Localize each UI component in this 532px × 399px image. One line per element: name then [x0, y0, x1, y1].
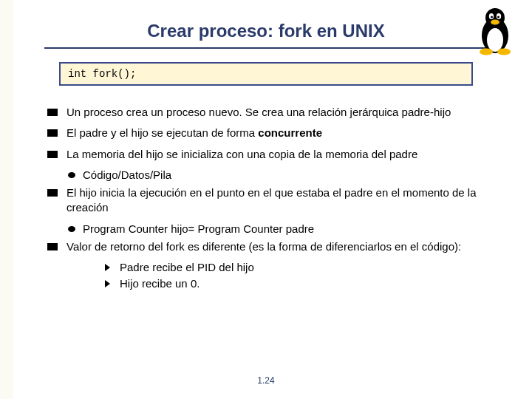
sublist-text: Program Counter hijo= Program Counter pa… — [83, 222, 502, 236]
list-text: El padre y el hijo se ejecutan de forma … — [66, 126, 502, 140]
sublist-item: Program Counter hijo= Program Counter pa… — [68, 222, 502, 236]
svg-point-6 — [497, 16, 499, 18]
svg-point-8 — [480, 49, 493, 55]
subsublist-text: Hijo recibe un 0. — [120, 276, 502, 291]
list-item: El padre y el hijo se ejecutan de forma … — [47, 126, 502, 140]
list-text: Valor de retorno del fork es diferente (… — [66, 239, 502, 254]
square-bullet-icon — [47, 129, 58, 137]
list-text: La memoria del hijo se inicializa con un… — [66, 147, 502, 162]
triangle-bullet-icon — [105, 264, 112, 271]
list-text-pre: El padre y el hijo se ejecutan de forma — [66, 126, 258, 139]
title-underline — [44, 47, 488, 49]
subsublist-item: Padre recibe el PID del hijo — [105, 260, 502, 275]
sublist-text: Código/Datos/Pila — [83, 168, 502, 183]
code-text: int fork(); — [68, 68, 136, 80]
svg-point-1 — [487, 28, 503, 52]
subsublist-item: Hijo recibe un 0. — [105, 276, 502, 291]
title-block: Crear proceso: fork en UNIX — [44, 21, 488, 49]
bullet-content: Un proceso crea un proceso nuevo. Se cre… — [47, 105, 502, 293]
dot-bullet-icon — [68, 226, 75, 232]
square-bullet-icon — [47, 189, 58, 197]
list-item: El hijo inicia la ejecución en el punto … — [47, 185, 502, 216]
list-item: La memoria del hijo se inicializa con un… — [47, 147, 502, 162]
left-margin-stripe — [0, 0, 13, 399]
square-bullet-icon — [47, 151, 58, 158]
square-bullet-icon — [47, 243, 58, 250]
tux-icon — [473, 4, 517, 56]
list-text: El hijo inicia la ejecución en el punto … — [66, 185, 502, 216]
svg-point-7 — [491, 20, 499, 25]
list-text: Un proceso crea un proceso nuevo. Se cre… — [66, 105, 502, 120]
page-title: Crear proceso: fork en UNIX — [44, 21, 488, 46]
triangle-bullet-icon — [105, 280, 112, 287]
list-item: Un proceso crea un proceso nuevo. Se cre… — [47, 105, 502, 120]
sublist-item: Código/Datos/Pila — [68, 168, 502, 183]
dot-bullet-icon — [68, 172, 75, 178]
code-box: int fork(); — [59, 62, 473, 86]
svg-point-5 — [491, 16, 493, 18]
list-item: Valor de retorno del fork es diferente (… — [47, 239, 502, 254]
square-bullet-icon — [47, 109, 58, 116]
page-number: 1.24 — [0, 375, 532, 386]
svg-point-9 — [497, 49, 511, 55]
subsublist-text: Padre recibe el PID del hijo — [120, 260, 502, 275]
list-text-bold: concurrente — [258, 126, 322, 139]
